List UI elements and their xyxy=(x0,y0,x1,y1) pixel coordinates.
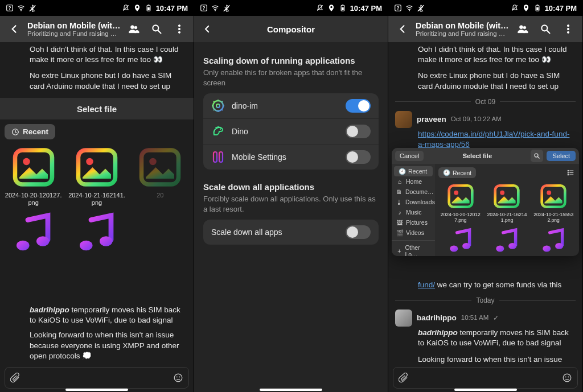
sidebar-item-documents[interactable]: 🗎Docume… xyxy=(392,187,435,197)
app-row-dino-im[interactable]: dino-im xyxy=(203,93,379,119)
svg-point-34 xyxy=(216,104,220,108)
sidebar-item-pictures[interactable]: 🖼Pictures xyxy=(392,217,435,228)
file-item[interactable]: 2024-10-20-120127.png xyxy=(3,144,63,206)
location-icon xyxy=(522,4,530,12)
list-view-button[interactable] xyxy=(565,167,576,178)
svg-point-35 xyxy=(220,129,221,130)
file-item[interactable]: 2024-10-21-162141.png xyxy=(67,144,126,206)
svg-rect-60 xyxy=(568,174,569,175)
sidebar-item-videos[interactable]: 🎬Videos xyxy=(392,228,435,238)
clock-icon: 🕘 xyxy=(443,169,450,176)
picker-title: Select file xyxy=(427,152,527,159)
bluetooth-off-icon xyxy=(28,4,36,12)
chat-header: Debian on Mobile (with P… Prioritizing a… xyxy=(388,16,582,42)
svg-text:?: ? xyxy=(397,6,400,11)
file-item[interactable]: 2024-10-21-162141.png xyxy=(485,181,529,224)
sidebar-item-home[interactable]: ⌂Home xyxy=(392,176,435,187)
delivery-check-icon: ✓ xyxy=(493,313,499,323)
timestamp: Oct 09, 10:22 AM xyxy=(451,115,502,124)
svg-line-55 xyxy=(538,157,540,159)
image-file-icon xyxy=(137,144,183,191)
pane-right: ? 10:47 PM Debian on Mobile (with P… Pri… xyxy=(388,0,583,392)
emoji-button[interactable] xyxy=(557,368,577,388)
toggle-switch[interactable] xyxy=(346,99,371,113)
chat-link[interactable]: fund/ xyxy=(418,280,435,289)
attach-button[interactable] xyxy=(5,368,26,388)
svg-point-9 xyxy=(136,6,138,8)
members-button[interactable] xyxy=(124,19,143,39)
cancel-button[interactable]: Cancel xyxy=(395,151,424,161)
help-icon: ? xyxy=(394,4,402,12)
audio-file-icon xyxy=(539,226,568,255)
sidebar-item-other[interactable]: +Other Lo… xyxy=(392,240,435,256)
svg-rect-32 xyxy=(342,7,344,10)
svg-point-54 xyxy=(535,154,538,157)
svg-rect-57 xyxy=(569,171,573,171)
svg-point-6 xyxy=(20,10,22,11)
status-time: 10:47 PM xyxy=(350,4,382,13)
members-button[interactable] xyxy=(513,19,532,39)
chat-link[interactable]: https://codema.in/d/phU1JlaV/pick-and-fu… xyxy=(418,130,569,148)
file-item[interactable] xyxy=(485,226,529,255)
chat-header: Debian on Mobile (with P… Prioritizing a… xyxy=(0,16,194,42)
attach-button[interactable] xyxy=(393,368,414,388)
section-subtitle: Forcibly scale down all applications. On… xyxy=(203,194,379,214)
image-file-icon xyxy=(446,181,475,211)
back-button[interactable] xyxy=(198,19,217,39)
app-row-dino[interactable]: Dino xyxy=(203,119,379,145)
home-indicator[interactable] xyxy=(454,389,517,391)
section-title: Scaling down of running applications xyxy=(203,56,379,65)
location-icon xyxy=(327,4,335,12)
toggle-switch[interactable] xyxy=(346,150,371,164)
video-icon: 🎬 xyxy=(396,229,403,236)
menu-button[interactable] xyxy=(559,19,578,39)
timestamp: 10:51 AM xyxy=(461,313,489,323)
battery-icon xyxy=(533,4,541,12)
toggle-switch[interactable] xyxy=(346,225,371,239)
scale-all-row[interactable]: Scale down all apps xyxy=(203,220,379,245)
file-item[interactable]: 2024-10-20-120127.png xyxy=(438,181,483,224)
svg-rect-58 xyxy=(568,172,569,173)
home-indicator[interactable] xyxy=(65,389,128,391)
sidebar-item-music[interactable]: ♪Music xyxy=(392,207,435,217)
svg-point-63 xyxy=(565,377,566,378)
home-indicator[interactable] xyxy=(260,389,322,391)
svg-point-52 xyxy=(567,28,569,30)
sidebar-item-recent[interactable]: 🕘Recent xyxy=(394,166,433,176)
document-icon: 🗎 xyxy=(396,188,403,195)
emoji-button[interactable] xyxy=(168,368,188,388)
recent-chip[interactable]: Recent xyxy=(5,124,55,139)
file-item[interactable] xyxy=(531,226,576,255)
sidebar-item-downloads[interactable]: ⭳Downloads xyxy=(392,197,435,207)
menu-button[interactable] xyxy=(170,19,189,39)
audio-file-icon xyxy=(446,226,475,255)
back-button[interactable] xyxy=(393,19,412,39)
picker-sidebar: 🕘Recent ⌂Home 🗎Docume… ⭳Downloads ♪Music… xyxy=(392,164,435,256)
dnd-icon xyxy=(122,4,130,12)
file-item[interactable] xyxy=(438,226,483,255)
search-button[interactable] xyxy=(531,150,543,162)
file-item[interactable] xyxy=(3,209,63,256)
svg-point-22 xyxy=(176,377,178,378)
recent-chip[interactable]: 🕘Recent xyxy=(438,167,476,178)
pane-middle: ? 10:47 PM Compositor Scaling down of ru… xyxy=(194,0,388,392)
file-item[interactable]: 2024-10-21-155532.png xyxy=(531,181,576,224)
search-button[interactable] xyxy=(536,19,555,39)
svg-rect-45 xyxy=(536,5,537,5)
chat-message: Looking forward to when this isn't an is… xyxy=(30,330,187,361)
file-item[interactable]: 20 xyxy=(130,144,190,206)
toggle-switch[interactable] xyxy=(346,125,371,138)
svg-point-40 xyxy=(409,10,410,11)
svg-point-48 xyxy=(523,26,526,29)
search-button[interactable] xyxy=(147,19,166,39)
app-row-mobile-settings[interactable]: Mobile Settings xyxy=(203,145,379,170)
file-item[interactable] xyxy=(67,209,126,256)
wifi-icon xyxy=(211,4,219,12)
select-button[interactable]: Select xyxy=(547,151,576,161)
back-button[interactable] xyxy=(5,19,24,39)
status-bar: ? 10:47 PM xyxy=(388,0,582,16)
svg-point-17 xyxy=(178,25,180,27)
audio-file-icon xyxy=(73,209,120,256)
pane-left: ? 10:47 PM Debian on M xyxy=(0,0,194,392)
svg-rect-36 xyxy=(214,152,217,162)
